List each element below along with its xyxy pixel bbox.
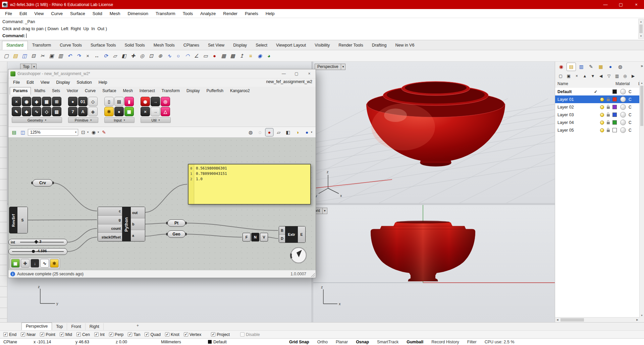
move-down-icon[interactable]: ▼: [590, 73, 596, 79]
menu-item[interactable]: View: [31, 11, 47, 16]
gh-maximize-button[interactable]: ▢: [290, 70, 303, 78]
palette-group-label[interactable]: Util▾: [141, 117, 171, 123]
units-pane[interactable]: Millimeters: [158, 340, 205, 344]
chevron-down-icon[interactable]: ▾: [341, 64, 346, 70]
bowl-3d[interactable]: [366, 81, 505, 166]
osnap-toggle[interactable]: ✓ Knot: [165, 332, 179, 337]
add-viewport-tab[interactable]: +: [133, 322, 142, 329]
viewport-tab[interactable]: Right: [86, 323, 104, 330]
scrollbar-thumb[interactable]: [560, 318, 584, 322]
component-icon[interactable]: ◎: [161, 97, 170, 106]
gh-category-tab[interactable]: Params: [10, 87, 31, 95]
pan-icon[interactable]: ✚: [129, 52, 137, 60]
toolbar-tab[interactable]: Mesh Tools: [149, 41, 179, 50]
menu-item[interactable]: Dimension: [124, 11, 152, 16]
expand-icon[interactable]: ▶: [630, 73, 636, 79]
search-icon[interactable]: ◎: [622, 73, 628, 79]
zoom-extents-icon[interactable]: ⊕: [156, 52, 164, 60]
new-layer-icon[interactable]: ▢: [557, 73, 564, 79]
checkbox[interactable]: ✓: [76, 332, 81, 337]
checkbox[interactable]: ✓: [40, 332, 44, 337]
scroll-down-icon[interactable]: ▼: [639, 33, 643, 39]
gh-menu-item[interactable]: Solution: [73, 80, 95, 85]
osnap-toggle[interactable]: ✓ Perp: [109, 332, 123, 337]
statusbar-toggle[interactable]: Filter: [463, 340, 481, 344]
osnap-toggle[interactable]: ✓ Int: [94, 332, 105, 337]
layer-color-swatch[interactable]: [612, 113, 617, 117]
rendering-tab-icon[interactable]: ◍: [616, 63, 625, 71]
layer-row[interactable]: Layer 03 C: [555, 111, 640, 119]
menu-item[interactable]: Render: [219, 11, 241, 16]
layer-name[interactable]: Layer 02: [557, 105, 592, 110]
materials-tab-icon[interactable]: ●: [606, 63, 615, 71]
python-node[interactable]: cgcountstackOffset Python outba: [98, 207, 145, 242]
gh-category-tab[interactable]: Kangaroo2: [227, 87, 253, 95]
python-input[interactable]: c: [98, 207, 122, 216]
pt-param-node[interactable]: Pt: [167, 219, 185, 227]
gh-category-tab[interactable]: Mesh: [119, 87, 136, 95]
statusbar-toggle[interactable]: Gumball: [402, 340, 427, 344]
move-icon[interactable]: ↔: [93, 52, 101, 60]
notes-tab-icon[interactable]: ✎: [587, 63, 595, 71]
layer-name[interactable]: Layer 01: [557, 97, 592, 102]
menu-item[interactable]: File: [1, 11, 16, 16]
toolbar-tab[interactable]: Visibility: [310, 41, 334, 50]
palette-group-label[interactable]: Primitive▾: [68, 117, 98, 123]
layers-tab-icon[interactable]: ▤: [567, 63, 576, 71]
scroll-left-icon[interactable]: ◀: [555, 318, 560, 322]
layer-name[interactable]: Layer 04: [557, 120, 592, 125]
toolbar-tab[interactable]: Solid Tools: [120, 41, 149, 50]
extr-input-b[interactable]: B: [279, 226, 285, 235]
viewport-front[interactable]: z x Front▾: [313, 205, 555, 322]
checkbox[interactable]: ✓: [60, 332, 64, 337]
scroll-up-icon[interactable]: ▲: [640, 80, 644, 85]
gh-menu-item[interactable]: Edit: [23, 80, 37, 85]
checkbox[interactable]: ✓: [128, 332, 132, 337]
canvas-widget-icon[interactable]: ✱: [50, 259, 59, 268]
slider-track[interactable]: -4.596: [12, 251, 64, 252]
component-icon[interactable]: 7: [68, 107, 77, 116]
osnap-toggle[interactable]: ✓ Vertex: [184, 332, 201, 337]
properties-icon[interactable]: ◉: [256, 52, 264, 60]
undo-icon[interactable]: ↶: [65, 52, 74, 60]
menu-item[interactable]: Surface: [66, 11, 89, 16]
slider-track[interactable]: 3: [20, 242, 64, 243]
sphere-icon[interactable]: ●: [210, 52, 219, 60]
component-icon[interactable]: ⊞: [52, 97, 61, 106]
left-toolbar[interactable]: [0, 62, 7, 322]
component-icon[interactable]: →: [151, 107, 160, 116]
toolbar-tab[interactable]: Transform: [28, 41, 56, 50]
gh-category-tab[interactable]: Sets: [49, 87, 63, 95]
layer-row[interactable]: Layer 05 C: [555, 126, 640, 134]
gh-category-tab[interactable]: Curve: [82, 87, 99, 95]
toolbar-tab[interactable]: Viewport Layout: [272, 41, 310, 50]
python-core[interactable]: Python: [122, 207, 131, 241]
grasshopper-window[interactable]: Grasshopper - new_fef_assignment_w2* — ▢…: [8, 69, 316, 278]
sketch-selector-icon[interactable]: ⊡: [79, 129, 87, 136]
layer-row[interactable]: Layer 02 C: [555, 103, 640, 111]
layer-linetype[interactable]: C: [629, 105, 633, 110]
gh-category-tab[interactable]: Maths: [31, 87, 49, 95]
circle-icon[interactable]: ○: [174, 52, 182, 60]
component-icon[interactable]: ◉: [141, 97, 150, 106]
layer-linetype[interactable]: C: [629, 89, 633, 94]
checkbox[interactable]: ✓: [211, 332, 215, 337]
statusbar-toggle[interactable]: Osnap: [352, 340, 373, 344]
command-area[interactable]: Command: _Pan Click and drag to pan ( Do…: [0, 18, 644, 40]
toolbar-tab[interactable]: New in V6: [391, 41, 419, 50]
statusbar-toggle[interactable]: Grid Snap: [285, 340, 313, 344]
component-icon[interactable]: →: [151, 97, 160, 106]
layer-color-swatch[interactable]: [612, 120, 617, 125]
checkbox[interactable]: [240, 332, 245, 337]
gh-category-tab[interactable]: Pufferfish: [203, 87, 226, 95]
menu-item[interactable]: Help: [262, 11, 278, 16]
zoom-window-icon[interactable]: ⊡: [147, 52, 155, 60]
layer-material-ball[interactable]: [620, 89, 626, 94]
command-scrollbar[interactable]: ▲ ▼: [638, 19, 644, 39]
python-input[interactable]: stackOffset: [98, 233, 122, 241]
number-slider-offset[interactable]: -4.596: [8, 248, 67, 255]
data-panel[interactable]: 00.56198008630110.78099004315121.0: [188, 164, 311, 205]
chevron-down-icon[interactable]: ▾: [323, 208, 327, 214]
layer-lock-icon[interactable]: [605, 105, 611, 109]
component-icon[interactable]: ▦: [42, 97, 51, 106]
